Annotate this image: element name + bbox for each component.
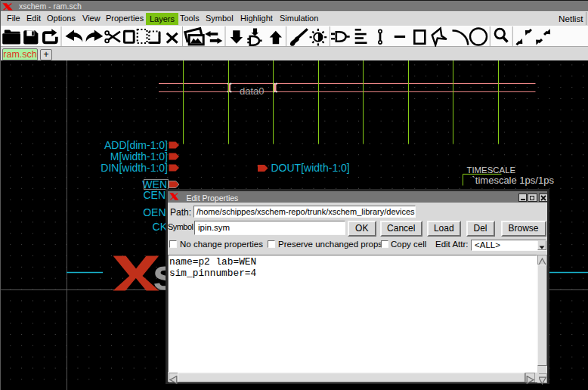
svg-text:`timescale 1ps/1ps: `timescale 1ps/1ps bbox=[472, 175, 555, 186]
svg-text:data0: data0 bbox=[240, 85, 265, 97]
svg-text:DIN[width-1:0]: DIN[width-1:0] bbox=[101, 162, 168, 174]
svg-text:TIMESCALE: TIMESCALE bbox=[467, 166, 516, 175]
svg-text:CEN: CEN bbox=[143, 189, 166, 201]
svg-text:M[width-1:0]: M[width-1:0] bbox=[110, 150, 168, 162]
svg-text:OEN: OEN bbox=[143, 206, 166, 218]
svg-text:ADD[dim-1:0]: ADD[dim-1:0] bbox=[104, 139, 168, 151]
svg-text:DOUT[width-1:0]: DOUT[width-1:0] bbox=[271, 162, 350, 174]
